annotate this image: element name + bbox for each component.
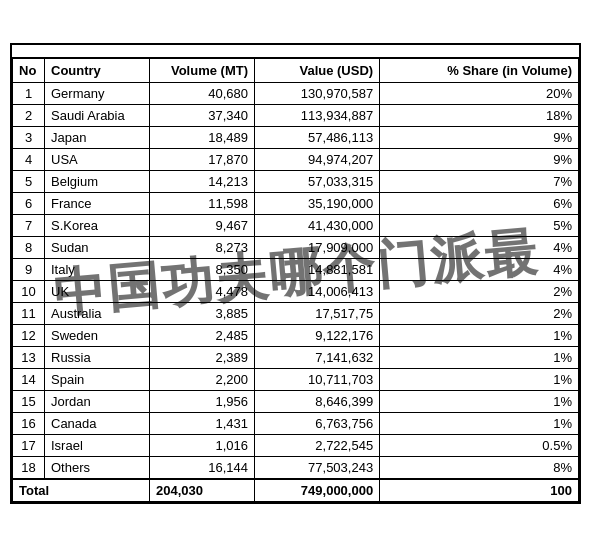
total-cell-2: 749,000,000 (255, 479, 380, 502)
table-row: 9Italy8,35014,881,5814% (13, 259, 579, 281)
cell-volume: 8,350 (150, 259, 255, 281)
cell-no: 10 (13, 281, 45, 303)
cell-value: 17,517,75 (255, 303, 380, 325)
cell-country: Others (45, 457, 150, 480)
cell-value: 94,974,207 (255, 149, 380, 171)
cell-volume: 9,467 (150, 215, 255, 237)
cell-country: Sudan (45, 237, 150, 259)
cell-country: Saudi Arabia (45, 105, 150, 127)
cell-no: 3 (13, 127, 45, 149)
table-row: 14Spain2,20010,711,7031% (13, 369, 579, 391)
cell-volume: 18,489 (150, 127, 255, 149)
cell-volume: 1,431 (150, 413, 255, 435)
cell-country: Italy (45, 259, 150, 281)
cell-volume: 14,213 (150, 171, 255, 193)
table-row: 13Russia2,3897,141,6321% (13, 347, 579, 369)
cell-value: 57,486,113 (255, 127, 380, 149)
cell-no: 2 (13, 105, 45, 127)
cell-share: 1% (380, 369, 579, 391)
table-row: 18Others16,14477,503,2438% (13, 457, 579, 480)
cell-value: 57,033,315 (255, 171, 380, 193)
cell-value: 113,934,887 (255, 105, 380, 127)
data-table: NoCountryVolume (MT)Value (USD)% Share (… (10, 43, 581, 504)
cell-no: 8 (13, 237, 45, 259)
table-row: 1Germany40,680130,970,58720% (13, 83, 579, 105)
cell-share: 1% (380, 347, 579, 369)
cell-country: Belgium (45, 171, 150, 193)
cell-volume: 8,273 (150, 237, 255, 259)
table-row: 11Australia3,88517,517,752% (13, 303, 579, 325)
cell-country: Australia (45, 303, 150, 325)
table-row: 2Saudi Arabia37,340113,934,88718% (13, 105, 579, 127)
cell-no: 18 (13, 457, 45, 480)
col-header-3: Value (USD) (255, 59, 380, 83)
table-row: 15Jordan1,9568,646,3991% (13, 391, 579, 413)
col-header-4: % Share (in Volume) (380, 59, 579, 83)
cell-share: 20% (380, 83, 579, 105)
cell-volume: 1,016 (150, 435, 255, 457)
table-row: 12Sweden2,4859,122,1761% (13, 325, 579, 347)
cell-value: 7,141,632 (255, 347, 380, 369)
cell-value: 77,503,243 (255, 457, 380, 480)
cell-volume: 37,340 (150, 105, 255, 127)
cell-country: USA (45, 149, 150, 171)
cell-share: 7% (380, 171, 579, 193)
cell-value: 14,881,581 (255, 259, 380, 281)
cell-country: Jordan (45, 391, 150, 413)
table-title (12, 45, 579, 58)
cell-volume: 11,598 (150, 193, 255, 215)
cell-value: 10,711,703 (255, 369, 380, 391)
cell-share: 1% (380, 391, 579, 413)
cell-value: 17,909,000 (255, 237, 380, 259)
cell-no: 9 (13, 259, 45, 281)
cell-share: 9% (380, 127, 579, 149)
cell-country: S.Korea (45, 215, 150, 237)
cell-share: 9% (380, 149, 579, 171)
cell-country: Russia (45, 347, 150, 369)
cell-volume: 2,389 (150, 347, 255, 369)
cell-volume: 3,885 (150, 303, 255, 325)
cell-volume: 16,144 (150, 457, 255, 480)
cell-volume: 17,870 (150, 149, 255, 171)
col-header-2: Volume (MT) (150, 59, 255, 83)
cell-country: Canada (45, 413, 150, 435)
col-header-1: Country (45, 59, 150, 83)
cell-value: 35,190,000 (255, 193, 380, 215)
cell-share: 2% (380, 303, 579, 325)
cell-country: Japan (45, 127, 150, 149)
table-row: 16Canada1,4316,763,7561% (13, 413, 579, 435)
cell-value: 9,122,176 (255, 325, 380, 347)
cell-no: 14 (13, 369, 45, 391)
total-cell-3: 100 (380, 479, 579, 502)
table-row: 4USA17,87094,974,2079% (13, 149, 579, 171)
cell-value: 14,006,413 (255, 281, 380, 303)
cell-no: 13 (13, 347, 45, 369)
total-cell-1: 204,030 (150, 479, 255, 502)
table-row: 6France11,59835,190,0006% (13, 193, 579, 215)
cell-share: 2% (380, 281, 579, 303)
total-cell-0: Total (13, 479, 150, 502)
cell-value: 41,430,000 (255, 215, 380, 237)
total-row: Total204,030749,000,000100 (13, 479, 579, 502)
table-row: 8Sudan8,27317,909,0004% (13, 237, 579, 259)
cell-no: 16 (13, 413, 45, 435)
cell-share: 4% (380, 237, 579, 259)
cell-no: 1 (13, 83, 45, 105)
cell-no: 17 (13, 435, 45, 457)
cell-value: 130,970,587 (255, 83, 380, 105)
cell-no: 12 (13, 325, 45, 347)
cell-no: 15 (13, 391, 45, 413)
cell-share: 4% (380, 259, 579, 281)
cell-share: 0.5% (380, 435, 579, 457)
cell-no: 6 (13, 193, 45, 215)
cell-country: Sweden (45, 325, 150, 347)
cell-no: 4 (13, 149, 45, 171)
cell-country: France (45, 193, 150, 215)
cell-share: 8% (380, 457, 579, 480)
cell-value: 6,763,756 (255, 413, 380, 435)
col-header-0: No (13, 59, 45, 83)
cell-no: 11 (13, 303, 45, 325)
cell-volume: 40,680 (150, 83, 255, 105)
cell-share: 1% (380, 413, 579, 435)
table-row: 3Japan18,48957,486,1139% (13, 127, 579, 149)
